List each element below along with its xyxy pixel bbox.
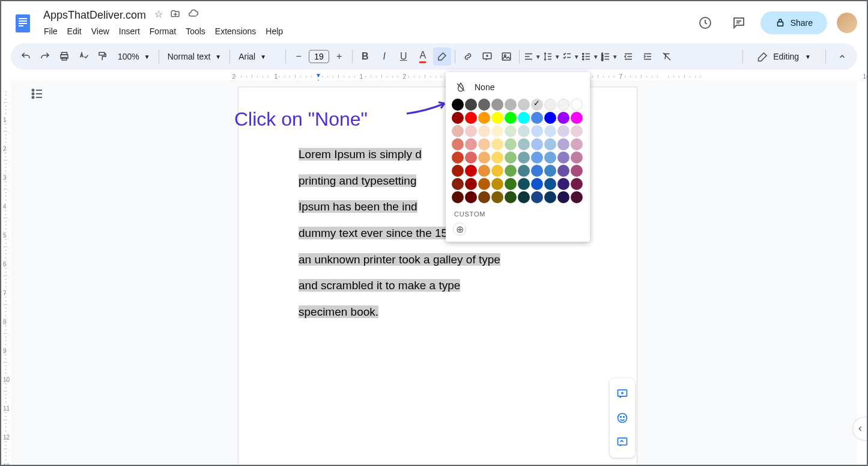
color-swatch[interactable] bbox=[505, 125, 517, 137]
color-swatch[interactable] bbox=[505, 138, 517, 150]
style-selector[interactable]: Normal text▼ bbox=[163, 49, 226, 64]
color-swatch[interactable] bbox=[531, 165, 543, 177]
color-swatch[interactable] bbox=[518, 112, 530, 124]
move-icon[interactable] bbox=[170, 8, 181, 22]
editing-mode-button[interactable]: Editing ▼ bbox=[750, 48, 818, 66]
color-swatch[interactable] bbox=[557, 165, 569, 177]
bulleted-list-button[interactable]: ▼ bbox=[581, 48, 599, 66]
color-swatch[interactable] bbox=[452, 191, 464, 203]
color-swatch[interactable] bbox=[452, 152, 464, 164]
history-icon[interactable] bbox=[693, 11, 717, 35]
color-swatch[interactable] bbox=[531, 99, 543, 111]
add-comment-side-icon[interactable] bbox=[610, 382, 635, 406]
menu-format[interactable]: Format bbox=[145, 24, 180, 38]
underline-button[interactable]: U bbox=[395, 48, 413, 66]
color-swatch[interactable] bbox=[531, 152, 543, 164]
document-title[interactable]: AppsThatDeliver.com bbox=[40, 8, 150, 23]
print-button[interactable] bbox=[55, 48, 73, 66]
docs-logo-icon[interactable] bbox=[11, 11, 35, 35]
menu-tools[interactable]: Tools bbox=[181, 24, 210, 38]
color-swatch[interactable] bbox=[491, 99, 503, 111]
color-swatch[interactable] bbox=[544, 112, 556, 124]
menu-insert[interactable]: Insert bbox=[115, 24, 144, 38]
color-swatch[interactable] bbox=[465, 178, 477, 190]
color-swatch[interactable] bbox=[452, 178, 464, 190]
color-swatch[interactable] bbox=[478, 112, 490, 124]
color-swatch[interactable] bbox=[452, 99, 464, 111]
color-swatch[interactable] bbox=[478, 125, 490, 137]
color-swatch[interactable] bbox=[571, 99, 583, 111]
insert-image-button[interactable] bbox=[497, 48, 515, 66]
color-swatch[interactable] bbox=[544, 152, 556, 164]
color-swatch[interactable] bbox=[505, 165, 517, 177]
color-swatch[interactable] bbox=[452, 125, 464, 137]
color-swatch[interactable] bbox=[571, 191, 583, 203]
color-swatch[interactable] bbox=[491, 138, 503, 150]
font-selector[interactable]: Arial▼ bbox=[234, 49, 282, 64]
color-swatch[interactable] bbox=[518, 125, 530, 137]
color-swatch[interactable] bbox=[465, 138, 477, 150]
font-size-increase[interactable]: + bbox=[330, 48, 348, 66]
color-swatch[interactable] bbox=[557, 178, 569, 190]
vertical-ruler[interactable]: 12345678910111213 bbox=[1, 81, 11, 465]
color-swatch[interactable] bbox=[557, 125, 569, 137]
menu-help[interactable]: Help bbox=[261, 24, 287, 38]
collapse-toolbar-button[interactable] bbox=[833, 48, 851, 66]
color-swatch[interactable] bbox=[452, 112, 464, 124]
add-comment-button[interactable] bbox=[478, 48, 496, 66]
text-color-button[interactable]: A bbox=[414, 48, 432, 66]
color-swatch[interactable] bbox=[531, 125, 543, 137]
color-swatch[interactable] bbox=[518, 99, 530, 111]
color-swatch[interactable] bbox=[491, 112, 503, 124]
color-swatch[interactable] bbox=[531, 112, 543, 124]
add-emoji-side-icon[interactable] bbox=[610, 406, 635, 430]
color-swatch[interactable] bbox=[544, 191, 556, 203]
color-swatch[interactable] bbox=[557, 191, 569, 203]
line-spacing-button[interactable]: ▼ bbox=[542, 48, 560, 66]
color-swatch[interactable] bbox=[505, 99, 517, 111]
color-swatch[interactable] bbox=[452, 165, 464, 177]
share-button[interactable]: Share bbox=[760, 11, 827, 34]
bold-button[interactable]: B bbox=[356, 48, 374, 66]
insert-link-button[interactable] bbox=[459, 48, 477, 66]
color-swatch[interactable] bbox=[491, 152, 503, 164]
color-swatch[interactable] bbox=[531, 178, 543, 190]
color-swatch[interactable] bbox=[505, 191, 517, 203]
clear-formatting-button[interactable] bbox=[658, 48, 676, 66]
color-swatch[interactable] bbox=[571, 178, 583, 190]
highlight-color-button[interactable] bbox=[433, 48, 451, 66]
menu-extensions[interactable]: Extensions bbox=[211, 24, 260, 38]
color-swatch[interactable] bbox=[518, 191, 530, 203]
color-swatch[interactable] bbox=[465, 165, 477, 177]
color-swatch[interactable] bbox=[478, 99, 490, 111]
redo-button[interactable] bbox=[36, 48, 54, 66]
color-swatch[interactable] bbox=[557, 99, 569, 111]
color-swatch[interactable] bbox=[491, 178, 503, 190]
color-swatch[interactable] bbox=[505, 152, 517, 164]
paint-format-button[interactable] bbox=[94, 48, 112, 66]
color-swatch[interactable] bbox=[531, 191, 543, 203]
color-swatch[interactable] bbox=[544, 165, 556, 177]
suggest-edits-side-icon[interactable] bbox=[610, 430, 635, 454]
color-swatch[interactable] bbox=[571, 165, 583, 177]
color-swatch[interactable] bbox=[531, 138, 543, 150]
increase-indent-button[interactable] bbox=[639, 48, 657, 66]
undo-button[interactable] bbox=[17, 48, 35, 66]
color-swatch[interactable] bbox=[505, 178, 517, 190]
color-swatch[interactable] bbox=[544, 99, 556, 111]
italic-button[interactable]: I bbox=[375, 48, 393, 66]
color-swatch[interactable] bbox=[557, 152, 569, 164]
color-swatch[interactable] bbox=[478, 165, 490, 177]
star-icon[interactable]: ☆ bbox=[154, 8, 163, 22]
color-swatch[interactable] bbox=[571, 138, 583, 150]
color-swatch[interactable] bbox=[478, 178, 490, 190]
menu-edit[interactable]: Edit bbox=[63, 24, 86, 38]
color-swatch[interactable] bbox=[491, 191, 503, 203]
cloud-status-icon[interactable] bbox=[188, 8, 199, 22]
menu-file[interactable]: File bbox=[40, 24, 62, 38]
color-swatch[interactable] bbox=[491, 165, 503, 177]
color-swatch[interactable] bbox=[465, 125, 477, 137]
color-swatch[interactable] bbox=[571, 125, 583, 137]
color-swatch[interactable] bbox=[505, 112, 517, 124]
color-swatch[interactable] bbox=[491, 125, 503, 137]
